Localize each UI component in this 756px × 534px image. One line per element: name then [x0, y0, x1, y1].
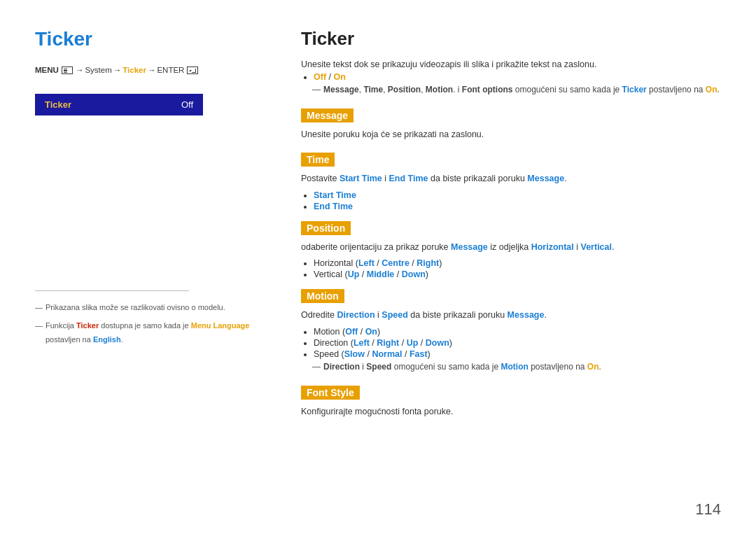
message-desc: Unesite poruku koja će se prikazati na z… — [301, 128, 721, 141]
menu-path: MENU → System → Ticker → ENTER — [35, 66, 252, 74]
section-message: Message Unesite poruku koja će se prikaz… — [301, 101, 721, 141]
english-link: English — [93, 335, 121, 344]
ticker-box-label: Ticker — [45, 99, 71, 110]
arrow1: → — [76, 66, 84, 74]
note-item-1: ― Prikazana slika može se razlikovati ov… — [35, 301, 252, 315]
arrow2: → — [113, 66, 122, 74]
intro-bullet-1: Off / On — [314, 72, 721, 82]
time-bullets: Start Time End Time — [314, 190, 721, 211]
page-number: 114 — [695, 500, 721, 519]
position-desc: odaberite orijentaciju za prikaz poruke … — [301, 241, 721, 254]
position-bullet-horizontal: Horizontal (Left / Centre / Right) — [314, 258, 721, 268]
menu-label: MENU — [35, 66, 59, 74]
menu-language-link: Menu Language — [191, 321, 250, 330]
enter-icon — [187, 66, 198, 74]
system-label: System — [85, 66, 111, 74]
motion-note: ― Direction i Speed omogućeni su samo ka… — [307, 362, 721, 372]
left-notes: ― Prikazana slika može se razlikovati ov… — [35, 301, 252, 346]
position-bullet-vertical: Vertical (Up / Middle / Down) — [314, 269, 721, 279]
intro-bullets: Off / On — [314, 72, 721, 82]
intro-note: ― Message, Time, Position, Motion. i Fon… — [307, 85, 721, 94]
left-divider — [35, 290, 189, 291]
note-dash-2: ― — [35, 319, 43, 347]
time-bullet-start: Start Time — [314, 190, 721, 200]
message-heading: Message — [301, 108, 354, 122]
ticker-label-path: Ticker — [122, 66, 146, 74]
position-bullets: Horizontal (Left / Centre / Right) Verti… — [314, 258, 721, 279]
menu-icon — [62, 66, 73, 74]
font-style-heading: Font Style — [301, 386, 360, 400]
left-column: Ticker MENU → System → Ticker → ENTER Ti… — [35, 28, 273, 513]
left-title: Ticker — [35, 28, 252, 50]
motion-note-text: Direction i Speed omogućeni su samo kada… — [323, 362, 601, 372]
note-item-2: ― Funkcija Ticker dostupna je samo kada … — [35, 319, 252, 347]
motion-heading: Motion — [301, 289, 344, 303]
font-style-desc: Konfigurirajte mogućnosti fonta poruke. — [301, 405, 721, 419]
intro-note-text: Message, Time, Position, Motion. i Font … — [323, 85, 720, 94]
arrow3: → — [148, 66, 156, 74]
ticker-note-link: Ticker — [76, 321, 99, 330]
position-heading: Position — [301, 221, 351, 235]
right-title: Ticker — [301, 28, 721, 50]
motion-bullets: Motion (Off / On) Direction (Left / Righ… — [314, 327, 721, 359]
motion-bullet-onoff: Motion (Off / On) — [314, 327, 721, 337]
section-position: Position odaberite orijentaciju za prika… — [301, 214, 721, 279]
note-text-1: Prikazana slika može se razlikovati ovis… — [46, 301, 225, 315]
time-desc: Postavite Start Time i End Time da biste… — [301, 172, 721, 185]
right-column: Ticker Unesite tekst dok se prikazuju vi… — [273, 28, 721, 513]
section-font-style: Font Style Konfigurirajte mogućnosti fon… — [301, 379, 721, 419]
ticker-display-box: Ticker Off — [35, 94, 203, 115]
motion-bullet-speed: Speed (Slow / Normal / Fast) — [314, 349, 721, 359]
enter-label: ENTER — [157, 66, 184, 74]
ticker-box-value: Off — [181, 99, 193, 110]
time-heading: Time — [301, 153, 335, 167]
motion-desc: Odredite Direction i Speed da biste prik… — [301, 309, 721, 322]
motion-note-dash: ― — [312, 362, 321, 372]
note-dash-1: ― — [35, 301, 43, 315]
section-time: Time Postavite Start Time i End Time da … — [301, 146, 721, 211]
motion-bullet-direction: Direction (Left / Right / Up / Down) — [314, 338, 721, 348]
time-bullet-end: End Time — [314, 202, 721, 211]
section-motion: Motion Odredite Direction i Speed da bis… — [301, 282, 721, 371]
note-text-2: Funkcija Ticker dostupna je samo kada je… — [46, 319, 252, 347]
intro-note-dash: ― — [312, 85, 321, 94]
intro-text: Unesite tekst dok se prikazuju videozapi… — [301, 59, 721, 69]
